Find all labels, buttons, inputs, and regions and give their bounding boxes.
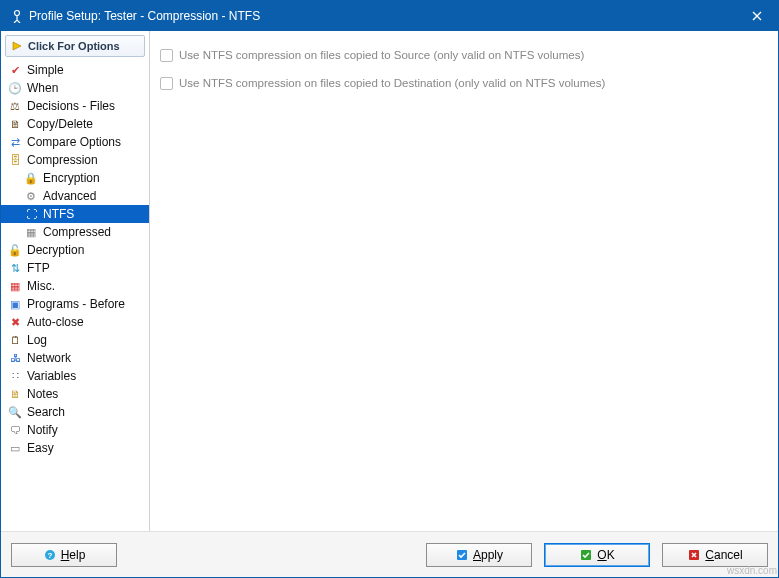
- nav-item-decryption[interactable]: 🔓Decryption: [1, 241, 149, 259]
- help-label: Help: [61, 548, 86, 562]
- apply-button[interactable]: Apply: [426, 543, 532, 567]
- checkbox-dest-compression-label: Use NTFS compression on files copied to …: [179, 77, 605, 89]
- nav-item-network[interactable]: 🖧Network: [1, 349, 149, 367]
- nav-item-label: Network: [27, 351, 71, 365]
- nav-item-label: Compressed: [43, 225, 111, 239]
- nav-item-label: Notes: [27, 387, 58, 401]
- nav-item-copy-delete[interactable]: 🗎Copy/Delete: [1, 115, 149, 133]
- sidebar: Click For Options ✔Simple🕒When⚖Decisions…: [1, 31, 150, 531]
- log-icon: 🗒: [7, 332, 23, 348]
- nav-item-programs-before[interactable]: ▣Programs - Before: [1, 295, 149, 313]
- ftp-icon: ⇅: [7, 260, 23, 276]
- compressed-icon: ▦: [23, 224, 39, 240]
- nav-item-compressed[interactable]: ▦Compressed: [1, 223, 149, 241]
- auto-close-icon: ✖: [7, 314, 23, 330]
- watermark: wsxdn.com: [727, 565, 777, 576]
- nav-item-compare-options[interactable]: ⇄Compare Options: [1, 133, 149, 151]
- nav-item-label: Simple: [27, 63, 64, 77]
- checkbox-dest-compression-row: Use NTFS compression on files copied to …: [160, 73, 768, 93]
- checkbox-source-compression[interactable]: [160, 49, 173, 62]
- nav-item-advanced[interactable]: ⚙Advanced: [1, 187, 149, 205]
- nav-item-decisions-files[interactable]: ⚖Decisions - Files: [1, 97, 149, 115]
- title-bar: Profile Setup: Tester - Compression - NT…: [1, 1, 778, 31]
- nav-item-auto-close[interactable]: ✖Auto-close: [1, 313, 149, 331]
- nav-item-search[interactable]: 🔍Search: [1, 403, 149, 421]
- nav-item-variables[interactable]: ∷Variables: [1, 367, 149, 385]
- nav-item-notes[interactable]: 🗎Notes: [1, 385, 149, 403]
- options-dropdown[interactable]: Click For Options: [5, 35, 145, 57]
- apply-label: Apply: [473, 548, 503, 562]
- nav-item-label: Search: [27, 405, 65, 419]
- cancel-icon: [687, 548, 701, 562]
- nav-item-label: Decryption: [27, 243, 84, 257]
- nav-item-compression[interactable]: 🗄Compression: [1, 151, 149, 169]
- nav-item-when[interactable]: 🕒When: [1, 79, 149, 97]
- nav-item-label: FTP: [27, 261, 50, 275]
- nav-item-log[interactable]: 🗒Log: [1, 331, 149, 349]
- options-label: Click For Options: [28, 40, 120, 52]
- nav-item-label: Encryption: [43, 171, 100, 185]
- nav-item-label: Compare Options: [27, 135, 121, 149]
- arrow-dot-icon: [10, 40, 24, 52]
- nav-item-label: Advanced: [43, 189, 96, 203]
- svg-text:?: ?: [47, 551, 52, 560]
- nav-item-ntfs[interactable]: ⛶NTFS: [1, 205, 149, 223]
- nav-item-easy[interactable]: ▭Easy: [1, 439, 149, 457]
- ok-button[interactable]: OK: [544, 543, 650, 567]
- apply-icon: [455, 548, 469, 562]
- svg-point-0: [15, 11, 20, 16]
- nav-item-label: Copy/Delete: [27, 117, 93, 131]
- window-title: Profile Setup: Tester - Compression - NT…: [25, 9, 736, 23]
- decisions-files-icon: ⚖: [7, 98, 23, 114]
- nav-item-notify[interactable]: 🗨Notify: [1, 421, 149, 439]
- svg-marker-1: [13, 42, 21, 50]
- compare-options-icon: ⇄: [7, 134, 23, 150]
- easy-icon: ▭: [7, 440, 23, 456]
- nav-item-label: Notify: [27, 423, 58, 437]
- checkbox-source-compression-label: Use NTFS compression on files copied to …: [179, 49, 584, 61]
- encryption-icon: 🔒: [23, 170, 39, 186]
- nav-item-label: Log: [27, 333, 47, 347]
- notify-icon: 🗨: [7, 422, 23, 438]
- nav-item-label: NTFS: [43, 207, 74, 221]
- dialog-body: Click For Options ✔Simple🕒When⚖Decisions…: [1, 31, 778, 531]
- misc-icon: ▦: [7, 278, 23, 294]
- nav-item-label: Misc.: [27, 279, 55, 293]
- variables-icon: ∷: [7, 368, 23, 384]
- decryption-icon: 🔓: [7, 242, 23, 258]
- checkbox-source-compression-row: Use NTFS compression on files copied to …: [160, 45, 768, 65]
- nav-item-simple[interactable]: ✔Simple: [1, 61, 149, 79]
- nav-item-misc[interactable]: ▦Misc.: [1, 277, 149, 295]
- nav-item-label: When: [27, 81, 58, 95]
- app-icon: [9, 9, 25, 23]
- nav-item-ftp[interactable]: ⇅FTP: [1, 259, 149, 277]
- cancel-label: Cancel: [705, 548, 742, 562]
- ok-icon: [579, 548, 593, 562]
- search-icon: 🔍: [7, 404, 23, 420]
- cancel-button[interactable]: Cancel: [662, 543, 768, 567]
- copy-delete-icon: 🗎: [7, 116, 23, 132]
- ok-label: OK: [597, 548, 614, 562]
- help-button[interactable]: ? Help: [11, 543, 117, 567]
- checkbox-dest-compression[interactable]: [160, 77, 173, 90]
- button-bar: ? Help Apply OK Cancel: [1, 531, 778, 577]
- nav-tree: ✔Simple🕒When⚖Decisions - Files🗎Copy/Dele…: [1, 61, 149, 531]
- nav-item-label: Auto-close: [27, 315, 84, 329]
- help-icon: ?: [43, 548, 57, 562]
- network-icon: 🖧: [7, 350, 23, 366]
- main-panel: Use NTFS compression on files copied to …: [150, 31, 778, 531]
- nav-item-label: Easy: [27, 441, 54, 455]
- nav-item-label: Variables: [27, 369, 76, 383]
- programs-before-icon: ▣: [7, 296, 23, 312]
- ntfs-icon: ⛶: [23, 206, 39, 222]
- nav-item-label: Compression: [27, 153, 98, 167]
- compression-icon: 🗄: [7, 152, 23, 168]
- advanced-icon: ⚙: [23, 188, 39, 204]
- nav-item-encryption[interactable]: 🔒Encryption: [1, 169, 149, 187]
- nav-item-label: Decisions - Files: [27, 99, 115, 113]
- notes-icon: 🗎: [7, 386, 23, 402]
- when-icon: 🕒: [7, 80, 23, 96]
- close-button[interactable]: [736, 1, 778, 31]
- simple-icon: ✔: [7, 62, 23, 78]
- nav-item-label: Programs - Before: [27, 297, 125, 311]
